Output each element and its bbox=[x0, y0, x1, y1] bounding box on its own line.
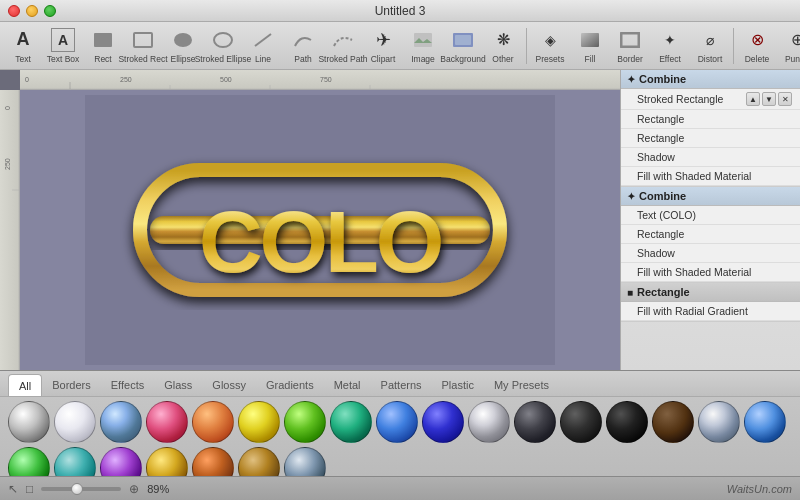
tool-border[interactable]: Border bbox=[611, 24, 649, 68]
maximize-button[interactable] bbox=[44, 5, 56, 17]
tool-background-label: Background bbox=[440, 54, 485, 64]
style-ball-glass-blue[interactable] bbox=[100, 401, 142, 443]
zoom-slider[interactable] bbox=[41, 487, 121, 491]
style-ball-dark[interactable] bbox=[560, 401, 602, 443]
tool-stroked-rect[interactable]: Stroked Rect bbox=[124, 24, 162, 68]
ellipse-icon bbox=[171, 28, 195, 52]
tab-metal[interactable]: Metal bbox=[324, 374, 371, 396]
row-up-btn[interactable]: ▲ bbox=[746, 92, 760, 106]
style-ball-green-1[interactable] bbox=[284, 401, 326, 443]
panel-row-shadow-2[interactable]: Shadow bbox=[621, 244, 800, 263]
tool-distortion[interactable]: ⌀ Distort bbox=[691, 24, 729, 68]
style-ball-blue-1[interactable] bbox=[376, 401, 418, 443]
style-ball-deep-blue[interactable] bbox=[422, 401, 464, 443]
tool-fill[interactable]: Fill bbox=[571, 24, 609, 68]
row-down-btn[interactable]: ▼ bbox=[762, 92, 776, 106]
style-ball-orange-red[interactable] bbox=[192, 401, 234, 443]
tool-line[interactable]: Line bbox=[244, 24, 282, 68]
traffic-lights bbox=[8, 5, 56, 17]
tool-punch[interactable]: ⊕ Punch bbox=[778, 24, 800, 68]
panel-row-shadow-1[interactable]: Shadow bbox=[621, 148, 800, 167]
tool-delete[interactable]: ⊗ Delete bbox=[738, 24, 776, 68]
combine-label-1: Combine bbox=[639, 73, 686, 85]
text-icon: A bbox=[11, 28, 35, 52]
style-ball-chrome-2[interactable] bbox=[698, 401, 740, 443]
fill-icon bbox=[578, 28, 602, 52]
tool-fill-label: Fill bbox=[585, 54, 596, 64]
logo-svg: COLO bbox=[120, 150, 520, 310]
tab-plastic[interactable]: Plastic bbox=[432, 374, 484, 396]
svg-text:500: 500 bbox=[220, 76, 232, 83]
style-ball-black[interactable] bbox=[606, 401, 648, 443]
panel-row-stroked-rect[interactable]: Stroked Rectangle ▲ ▼ ✕ bbox=[621, 89, 800, 110]
zoom-slider-thumb[interactable] bbox=[71, 483, 83, 495]
tab-my-presets[interactable]: My Presets bbox=[484, 374, 559, 396]
panel-row-fill-shaded-2[interactable]: Fill with Shaded Material bbox=[621, 263, 800, 282]
style-ball-white-pearl[interactable] bbox=[54, 401, 96, 443]
style-ball-silver[interactable] bbox=[8, 401, 50, 443]
cursor-icon: ↖ bbox=[8, 482, 18, 496]
tab-effects[interactable]: Effects bbox=[101, 374, 154, 396]
close-button[interactable] bbox=[8, 5, 20, 17]
style-ball-yellow[interactable] bbox=[238, 401, 280, 443]
combine-label-2: Combine bbox=[639, 190, 686, 202]
toolbar: A Text A Text Box Rect Stroked Rect Elli… bbox=[0, 22, 800, 70]
style-ball-silver-3[interactable] bbox=[468, 401, 510, 443]
panel-row-rect-3[interactable]: Rectangle bbox=[621, 225, 800, 244]
svg-text:COLO: COLO bbox=[199, 192, 441, 291]
svg-rect-8 bbox=[581, 33, 599, 47]
tab-all[interactable]: All bbox=[8, 374, 42, 396]
tool-text[interactable]: A Text bbox=[4, 24, 42, 68]
tab-borders[interactable]: Borders bbox=[42, 374, 101, 396]
minimize-button[interactable] bbox=[26, 5, 38, 17]
distortion-icon: ⌀ bbox=[698, 28, 722, 52]
delete-icon: ⊗ bbox=[745, 28, 769, 52]
tool-background[interactable]: Background bbox=[444, 24, 482, 68]
canvas-background[interactable]: COLO bbox=[20, 90, 620, 370]
panel-row-radial-gradient[interactable]: Fill with Radial Gradient bbox=[621, 302, 800, 321]
tool-rect[interactable]: Rect bbox=[84, 24, 122, 68]
style-ball-pink-red[interactable] bbox=[146, 401, 188, 443]
tool-effect[interactable]: ✦ Effect bbox=[651, 24, 689, 68]
tool-path[interactable]: Path bbox=[284, 24, 322, 68]
tool-line-label: Line bbox=[255, 54, 271, 64]
panel-row-rect-2[interactable]: Rectangle bbox=[621, 129, 800, 148]
panel-row-rect-1[interactable]: Rectangle bbox=[621, 110, 800, 129]
tab-glass[interactable]: Glass bbox=[154, 374, 202, 396]
style-ball-blue-2[interactable] bbox=[744, 401, 786, 443]
svg-rect-5 bbox=[414, 33, 432, 47]
tab-glossy[interactable]: Glossy bbox=[202, 374, 256, 396]
tool-clipart[interactable]: ✈ Clipart bbox=[364, 24, 402, 68]
tool-stroked-ellipse[interactable]: Stroked Ellipse bbox=[204, 24, 242, 68]
row-label: Fill with Shaded Material bbox=[637, 170, 751, 182]
row-label: Text (COLO) bbox=[637, 209, 696, 221]
tab-gradients[interactable]: Gradients bbox=[256, 374, 324, 396]
zoom-slider-container[interactable] bbox=[41, 487, 121, 491]
panel-row-text-colo[interactable]: Text (COLO) bbox=[621, 206, 800, 225]
panel-row-fill-shaded-1[interactable]: Fill with Shaded Material bbox=[621, 167, 800, 186]
style-ball-dark-grey[interactable] bbox=[514, 401, 556, 443]
tool-stroked-path[interactable]: Stroked Path bbox=[324, 24, 362, 68]
row-del-btn[interactable]: ✕ bbox=[778, 92, 792, 106]
svg-rect-7 bbox=[455, 35, 471, 45]
presets-icon: ◈ bbox=[538, 28, 562, 52]
ruler-left: 0 250 bbox=[0, 90, 20, 370]
watermark: WaitsUn.com bbox=[727, 483, 792, 495]
tool-other[interactable]: ❋ Other bbox=[484, 24, 522, 68]
style-ball-dark-brown[interactable] bbox=[652, 401, 694, 443]
combine-icon-1: ✦ bbox=[627, 74, 635, 85]
stroked-rect-icon bbox=[131, 28, 155, 52]
canvas-document: COLO bbox=[85, 95, 555, 365]
tool-presets-label: Presets bbox=[536, 54, 565, 64]
rectangle-header: ■ Rectangle bbox=[621, 283, 800, 302]
tool-presets[interactable]: ◈ Presets bbox=[531, 24, 569, 68]
tool-textbox[interactable]: A Text Box bbox=[44, 24, 82, 68]
svg-text:0: 0 bbox=[4, 106, 11, 110]
tab-patterns[interactable]: Patterns bbox=[371, 374, 432, 396]
tool-other-label: Other bbox=[492, 54, 513, 64]
rect-icon bbox=[91, 28, 115, 52]
canvas-area[interactable]: 0 250 500 750 0 250 bbox=[0, 70, 620, 370]
svg-point-3 bbox=[214, 33, 232, 47]
tool-image[interactable]: Image bbox=[404, 24, 442, 68]
style-ball-blue-green[interactable] bbox=[330, 401, 372, 443]
